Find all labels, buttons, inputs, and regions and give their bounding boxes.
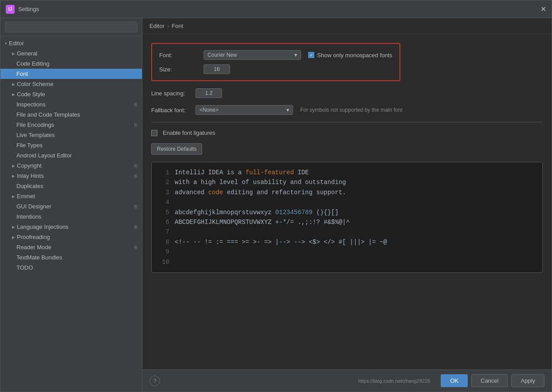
breadcrumb-part1: Editor xyxy=(149,23,164,29)
preview-line-8: 8 <!-- -- != := === >= >- => |--> --> <$… xyxy=(157,237,537,247)
preview-line-7: 7 xyxy=(157,227,537,237)
size-row: Size: 16 xyxy=(159,64,392,74)
sidebar-item-label: Code Editing xyxy=(16,60,137,67)
font-box: Font: Courier New ▾ ✓ Show only monospac… xyxy=(151,43,400,81)
breadcrumb: Editor › Font xyxy=(142,18,552,34)
sidebar-item-label: Reader Mode xyxy=(16,244,134,251)
sidebar-item-code-style[interactable]: ▶ Code Style xyxy=(0,89,142,99)
font-value: Courier New xyxy=(207,52,237,58)
sidebar-item-copyright[interactable]: ▶ Copyright ⎘ xyxy=(0,161,142,171)
restore-defaults-button[interactable]: Restore Defaults xyxy=(151,143,202,155)
size-input[interactable]: 16 xyxy=(204,64,230,74)
sidebar-item-label: Language Injections xyxy=(17,223,134,230)
bottom-bar: ? https://blog.csdn.net/zhang28226 OK Ca… xyxy=(142,369,552,392)
sidebar-item-label: General xyxy=(17,50,137,57)
sidebar-item-file-code-templates[interactable]: File and Code Templates xyxy=(0,110,142,120)
chevron-right-icon: ▶ xyxy=(12,174,15,178)
ligatures-checkbox[interactable] xyxy=(151,130,157,136)
preview-line-3: 3 advanced code editing and refactoring … xyxy=(157,188,537,197)
line-spacing-row: Line spacing: xyxy=(151,88,543,98)
sidebar-item-duplicates[interactable]: Duplicates xyxy=(0,181,142,191)
url-hint: https://blog.csdn.net/zhang28226 xyxy=(358,378,430,384)
sidebar-item-label: Live Templates xyxy=(16,132,137,138)
sidebar-item-gui-designer[interactable]: GUI Designer ⎘ xyxy=(0,201,142,212)
apply-button[interactable]: Apply xyxy=(511,374,544,387)
line-spacing-input[interactable] xyxy=(196,88,222,98)
font-dropdown[interactable]: Courier New ▾ xyxy=(204,50,301,60)
preview-area: 1 IntelliJ IDEA is a full-featured IDE 2… xyxy=(151,162,543,273)
sidebar-item-label: Color Scheme xyxy=(17,81,137,87)
sidebar: 🔍 ▾ Editor ▶ General xyxy=(0,18,142,392)
line-content: <!-- -- != := === >= >- => |--> --> <$> … xyxy=(175,237,387,247)
line-number: 5 xyxy=(157,208,169,217)
sidebar-item-proofreading[interactable]: ▶ Proofreading xyxy=(0,232,142,242)
badge-icon: ⎘ xyxy=(134,245,137,250)
settings-window: IJ Settings ✕ 🔍 ▾ Editor ▶ xyxy=(0,0,552,392)
badge-icon: ⎘ xyxy=(134,163,137,169)
cancel-button[interactable]: Cancel xyxy=(471,374,508,387)
app-icon: IJ xyxy=(6,5,15,14)
line-number: 7 xyxy=(157,227,169,237)
sidebar-item-editor[interactable]: ▾ Editor xyxy=(0,38,142,48)
sidebar-item-label: Copyright xyxy=(17,162,134,169)
fallback-hint: For symbols not supported by the main fo… xyxy=(300,107,403,113)
line-number: 6 xyxy=(157,217,169,227)
sidebar-item-label: Editor xyxy=(9,40,137,47)
breadcrumb-separator: › xyxy=(167,23,169,29)
line-number: 10 xyxy=(157,257,169,267)
help-button[interactable]: ? xyxy=(149,376,160,386)
sidebar-item-label: Emmet xyxy=(17,193,137,200)
line-number: 8 xyxy=(157,237,169,247)
line-content: IntelliJ IDEA is a full-featured IDE xyxy=(175,168,309,177)
sidebar-item-live-templates[interactable]: Live Templates xyxy=(0,130,142,140)
monospaced-checkbox[interactable]: ✓ xyxy=(308,52,314,58)
sidebar-item-todo[interactable]: TODO xyxy=(0,263,142,273)
fallback-dropdown[interactable]: <None> ▾ xyxy=(196,105,293,115)
sidebar-item-inlay-hints[interactable]: ▶ Inlay Hints ⎘ xyxy=(0,171,142,181)
sidebar-item-file-types[interactable]: File Types xyxy=(0,140,142,150)
preview-line-9: 9 xyxy=(157,247,537,257)
sidebar-item-label: Intentions xyxy=(16,213,137,220)
sidebar-item-android-layout-editor[interactable]: Android Layout Editor xyxy=(0,150,142,161)
sidebar-item-font[interactable]: Font xyxy=(0,69,142,79)
settings-panel: Font: Courier New ▾ ✓ Show only monospac… xyxy=(142,34,552,369)
sidebar-item-code-editing[interactable]: Code Editing xyxy=(0,59,142,69)
sidebar-item-intentions[interactable]: Intentions xyxy=(0,212,142,222)
line-content: abcdefghijklmnopqrstuvwxyz 0123456789 ()… xyxy=(175,208,339,217)
ok-button[interactable]: OK xyxy=(441,374,468,387)
sidebar-item-textmate-bundles[interactable]: TextMate Bundles xyxy=(0,252,142,263)
sidebar-item-file-encodings[interactable]: File Encodings ⎘ xyxy=(0,120,142,130)
dropdown-arrow-icon: ▾ xyxy=(286,107,289,113)
preview-line-4: 4 xyxy=(157,197,537,207)
monospaced-checkbox-group: ✓ Show only monospaced fonts xyxy=(308,52,392,59)
line-number: 1 xyxy=(157,168,169,177)
dropdown-arrow-icon: ▾ xyxy=(294,52,297,58)
sidebar-item-inspections[interactable]: Inspections ⎘ xyxy=(0,99,142,110)
search-box: 🔍 xyxy=(0,18,142,36)
fallback-row: Fallback font: <None> ▾ For symbols not … xyxy=(151,105,543,115)
size-label: Size: xyxy=(159,66,204,73)
close-button[interactable]: ✕ xyxy=(540,5,546,13)
ligatures-row: Enable font ligatures xyxy=(151,129,543,136)
font-row: Font: Courier New ▾ ✓ Show only monospac… xyxy=(159,50,392,60)
sidebar-item-language-injections[interactable]: ▶ Language Injections ⎘ xyxy=(0,222,142,232)
sidebar-item-reader-mode[interactable]: Reader Mode ⎘ xyxy=(0,242,142,252)
sidebar-item-emmet[interactable]: ▶ Emmet xyxy=(0,191,142,201)
sidebar-item-label: File and Code Templates xyxy=(16,111,137,118)
preview-line-5: 5 abcdefghijklmnopqrstuvwxyz 0123456789 … xyxy=(157,208,537,217)
search-input[interactable] xyxy=(5,22,137,32)
monospaced-label: Show only monospaced fonts xyxy=(317,52,392,59)
chevron-right-icon: ▶ xyxy=(12,51,15,56)
sidebar-item-color-scheme[interactable]: ▶ Color Scheme xyxy=(0,79,142,89)
sidebar-item-label: TODO xyxy=(16,264,137,271)
preview-line-10: 10 xyxy=(157,257,537,267)
chevron-right-icon: ▶ xyxy=(12,92,15,97)
sidebar-item-label: Font xyxy=(16,71,137,77)
sidebar-item-label: TextMate Bundles xyxy=(16,254,137,261)
sidebar-item-label: File Types xyxy=(16,142,137,149)
sidebar-item-label: GUI Designer xyxy=(16,203,134,210)
chevron-right-icon: ▶ xyxy=(12,194,15,199)
sidebar-item-general[interactable]: ▶ General xyxy=(0,48,142,59)
sidebar-item-label: File Encodings xyxy=(16,122,134,128)
line-number: 9 xyxy=(157,247,169,257)
